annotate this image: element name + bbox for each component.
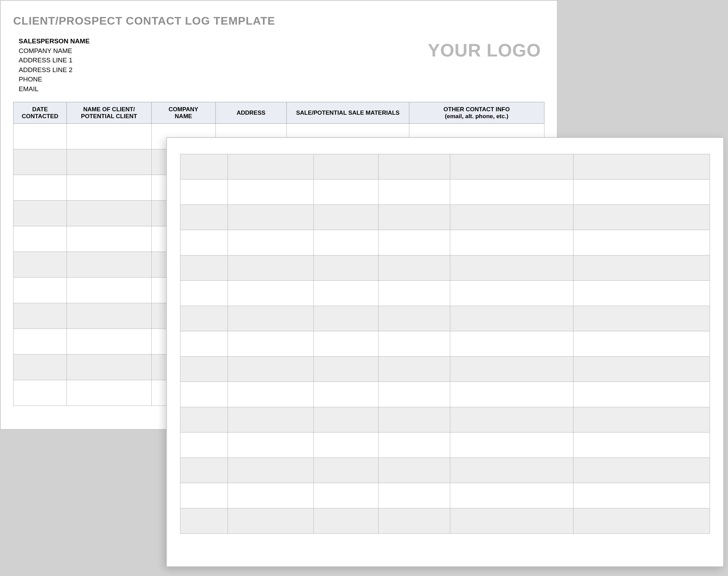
table-row xyxy=(180,382,710,407)
header-block: SALESPERSON NAME COMPANY NAME ADDRESS LI… xyxy=(13,36,544,94)
col-client-name: NAME OF CLIENT/ POTENTIAL CLIENT xyxy=(67,102,152,124)
table-row xyxy=(180,255,710,281)
table-row xyxy=(180,357,710,382)
table-body-page2 xyxy=(180,154,710,534)
company-name-label: COMPANY NAME xyxy=(19,46,90,56)
logo-placeholder: YOUR LOGO xyxy=(428,40,541,61)
col-date-contacted: DATE CONTACTED xyxy=(14,102,67,124)
table-row xyxy=(180,483,710,508)
table-row xyxy=(180,458,710,483)
table-row xyxy=(180,230,710,255)
address-line-1-label: ADDRESS LINE 1 xyxy=(19,55,90,65)
phone-label: PHONE xyxy=(19,75,90,84)
table-row xyxy=(180,433,710,458)
table-row xyxy=(180,154,710,180)
table-row xyxy=(180,508,710,534)
col-sale-materials: SALE/POTENTIAL SALE MATERIALS xyxy=(287,102,409,124)
contact-log-table-continued xyxy=(180,154,710,534)
table-row xyxy=(180,205,710,230)
col-address: ADDRESS xyxy=(215,102,286,124)
table-row xyxy=(180,407,710,433)
page-title: CLIENT/PROSPECT CONTACT LOG TEMPLATE xyxy=(13,15,544,27)
table-header-row: DATE CONTACTED NAME OF CLIENT/ POTENTIAL… xyxy=(14,102,544,124)
salesperson-name-label: SALESPERSON NAME xyxy=(19,36,90,46)
page-2 xyxy=(166,137,724,567)
email-label: EMAIL xyxy=(19,84,90,94)
salesperson-info: SALESPERSON NAME COMPANY NAME ADDRESS LI… xyxy=(13,36,90,94)
table-row xyxy=(180,180,710,205)
table-row xyxy=(180,281,710,306)
table-row xyxy=(180,306,710,331)
col-company-name: COMPANY NAME xyxy=(151,102,215,124)
table-row xyxy=(180,331,710,357)
col-other-contact: OTHER CONTACT INFO (email, alt. phone, e… xyxy=(409,102,544,124)
canvas: CLIENT/PROSPECT CONTACT LOG TEMPLATE SAL… xyxy=(0,0,728,576)
address-line-2-label: ADDRESS LINE 2 xyxy=(19,65,90,75)
